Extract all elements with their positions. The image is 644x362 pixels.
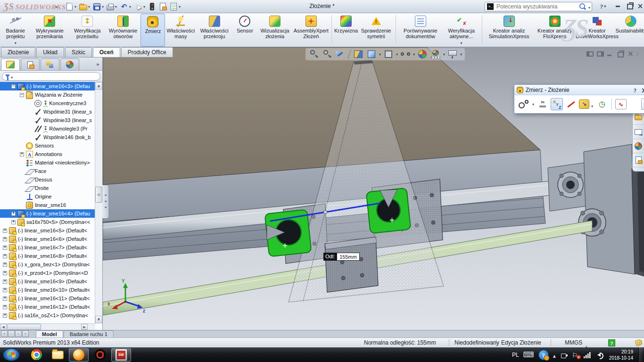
- apply-scene-icon[interactable]: [430, 49, 441, 59]
- view-orientation-icon[interactable]: [366, 49, 377, 59]
- expand-toggle[interactable]: [20, 93, 24, 97]
- tree-item[interactable]: linear_sme16: [0, 201, 95, 209]
- active-verification-button[interactable]: Weryfikacja aktywne...: [443, 14, 480, 47]
- prev-tab-button[interactable]: ‹: [8, 330, 15, 337]
- tree-horizontal-scrollbar[interactable]: [0, 323, 95, 330]
- expand-toggle[interactable]: [3, 313, 7, 318]
- help-indicator[interactable]: [608, 339, 615, 346]
- measure-options-button[interactable]: [579, 99, 589, 109]
- vertical-scroll-thumb[interactable]: [95, 187, 102, 203]
- expand-toggle[interactable]: [3, 254, 7, 258]
- tree-item[interactable]: Origine: [0, 192, 95, 201]
- show-taskpane-icon[interactable]: [597, 51, 604, 57]
- horizontal-scroll-thumb[interactable]: [7, 324, 41, 330]
- tree-item[interactable]: (-) x_przod<1> (Domyślna<<D: [0, 269, 95, 277]
- clearance-verification-button[interactable]: Weryfikacja prześwitu: [69, 14, 105, 47]
- propertymanager-tab[interactable]: [21, 58, 40, 70]
- tree-filter-input[interactable]: [2, 72, 100, 81]
- display-style-icon[interactable]: [383, 49, 394, 59]
- units-selector[interactable]: MMGS: [565, 338, 582, 347]
- expand-toggle[interactable]: [3, 237, 7, 241]
- tree-item[interactable]: (-) x_gora_bez<1> (Domyślna<: [0, 260, 95, 269]
- design-study-button[interactable]: Badanie projektu: [1, 14, 30, 47]
- tree-item[interactable]: (-) linear_sme16<10> (Default<: [0, 286, 95, 294]
- close-button[interactable]: [636, 2, 644, 10]
- search-icon[interactable]: [578, 3, 586, 10]
- expand-toggle[interactable]: [3, 246, 7, 250]
- tree-item[interactable]: (-) linear_sme16<5> (Default<: [0, 226, 95, 235]
- compare-documents-button[interactable]: Porównywanie dokumentów: [398, 14, 443, 47]
- tab-produkty-office[interactable]: Produkty Office: [121, 47, 173, 57]
- tree-item[interactable]: Annotations: [0, 150, 95, 158]
- doc-restore-button[interactable]: [615, 50, 624, 57]
- dialog-close-button[interactable]: [639, 86, 644, 94]
- tree-item[interactable]: Materiał <nieokreślony>: [0, 158, 95, 167]
- scroll-up-button[interactable]: [95, 82, 102, 90]
- expand-toggle[interactable]: [3, 271, 7, 275]
- expand-toggle[interactable]: [11, 84, 16, 89]
- featuremanager-tab[interactable]: [1, 58, 20, 70]
- doc-close-button[interactable]: [627, 49, 634, 58]
- expand-toggle[interactable]: [3, 296, 7, 301]
- search-input[interactable]: [495, 3, 578, 10]
- last-tab-button[interactable]: »: [22, 330, 29, 337]
- ribbon-separator[interactable]: [331, 15, 332, 43]
- sensor-button[interactable]: Sensor: [232, 14, 257, 47]
- tree-item[interactable]: (-) linear_sme16<8> (Default<: [0, 252, 95, 260]
- point-to-point-button[interactable]: [565, 98, 577, 110]
- start-button[interactable]: [3, 348, 20, 361]
- tree-item[interactable]: Wiązania w Złożenie: [0, 90, 95, 99]
- tree-item[interactable]: (-) linear_sme16<7> (Default<: [0, 243, 95, 252]
- scroll-left-button[interactable]: [0, 324, 7, 330]
- expand-toggle[interactable]: [11, 212, 16, 216]
- xyz-measure-button[interactable]: XYZ: [551, 98, 563, 110]
- tab-uklad[interactable]: Układ: [36, 47, 64, 57]
- help-button[interactable]: [597, 2, 609, 11]
- volume-icon[interactable]: [595, 351, 604, 359]
- help-bubble-icon[interactable]: [538, 350, 549, 360]
- zoom-fit-icon[interactable]: [308, 49, 320, 59]
- tree-item[interactable]: (-) linear_sme16<9> (Default<: [0, 277, 95, 286]
- keyboard-icon[interactable]: [523, 351, 534, 359]
- appearances-tab[interactable]: [633, 139, 644, 153]
- measure-button[interactable]: Zmierz: [140, 14, 165, 47]
- show-desktop-button[interactable]: [638, 347, 643, 362]
- tree-vertical-scrollbar[interactable]: [95, 82, 102, 323]
- action-center-icon[interactable]: [572, 351, 579, 359]
- view-settings-icon[interactable]: [447, 49, 458, 59]
- custom-properties-tab[interactable]: [633, 153, 644, 167]
- symmetry-check-button[interactable]: Sprawdzenie symetrii: [358, 14, 394, 47]
- ribbon-separator[interactable]: [396, 15, 396, 43]
- restore-button[interactable]: [624, 2, 634, 10]
- panel-overflow-button[interactable]: [94, 59, 101, 70]
- tree-item[interactable]: Dessus: [0, 175, 95, 184]
- selected-face-right[interactable]: [366, 188, 411, 234]
- firefox-icon[interactable]: [69, 348, 89, 362]
- displaymanager-tab[interactable]: [60, 58, 79, 70]
- measurement-chart-button[interactable]: [615, 99, 627, 109]
- expand-toggle[interactable]: [3, 263, 7, 267]
- tree-item[interactable]: (-) linear_sme16<3> (Defau: [0, 82, 95, 90]
- motion-study-tab[interactable]: Badanie ruchu 1: [64, 330, 114, 337]
- explorer-icon[interactable]: [48, 348, 67, 362]
- tag-icon[interactable]: [635, 339, 643, 346]
- configurationmanager-tab[interactable]: [41, 58, 59, 70]
- tab-ocen[interactable]: Oceń: [93, 47, 120, 57]
- tree-item[interactable]: Koncentryczne3: [0, 99, 95, 107]
- section-properties-button[interactable]: Właściwości przekroju: [196, 14, 232, 47]
- tab-szkic[interactable]: Szkic: [65, 47, 92, 57]
- network-icon[interactable]: [584, 352, 591, 358]
- search-options-dropdown[interactable]: [587, 2, 592, 11]
- hole-alignment-button[interactable]: Wyrównanie otworów: [105, 14, 140, 47]
- tree-item[interactable]: Sensors: [0, 141, 95, 150]
- first-tab-button[interactable]: «: [1, 330, 8, 337]
- units-button[interactable]: inmm: [537, 98, 549, 110]
- zoom-area-icon[interactable]: [322, 49, 333, 59]
- simulationxpress-wizard-button[interactable]: Kreator analiz SimulationXpress: [484, 14, 534, 47]
- curvature-button[interactable]: Krzywizna: [334, 14, 358, 47]
- carriage-block[interactable]: [325, 237, 378, 292]
- expand-toggle[interactable]: [3, 229, 7, 233]
- filter-dropdown-icon[interactable]: [11, 72, 13, 81]
- scroll-down-button[interactable]: [95, 316, 102, 323]
- tree-item[interactable]: Wspólnie146 (bok_b: [0, 133, 95, 141]
